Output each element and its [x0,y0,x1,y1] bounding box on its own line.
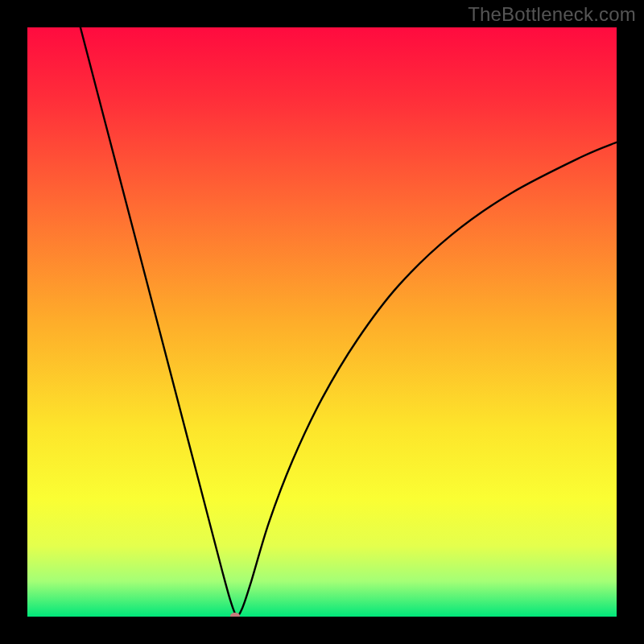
minimum-marker [230,613,240,617]
chart-container: TheBottleneck.com [0,0,644,644]
watermark-text: TheBottleneck.com [468,3,636,26]
curve-layer [27,27,617,617]
bottleneck-curve [80,27,617,616]
plot-area [27,27,617,617]
